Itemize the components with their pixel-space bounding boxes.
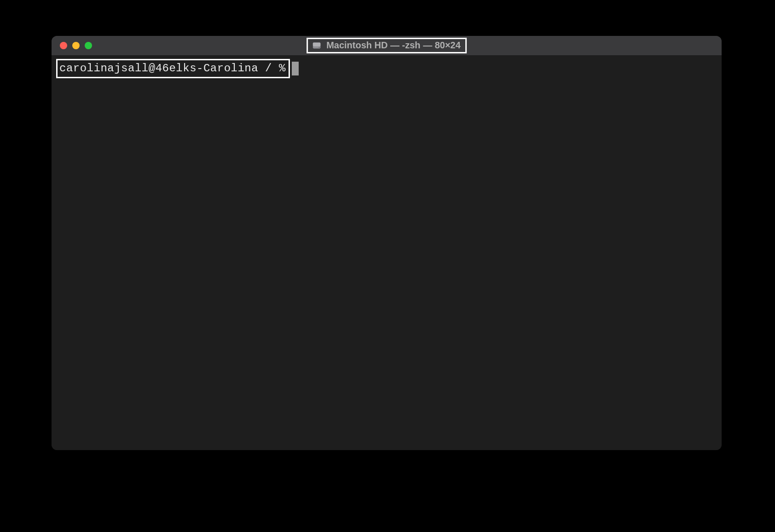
disk-icon <box>312 40 322 51</box>
window-title-text: Macintosh HD — -zsh — 80×24 <box>326 40 461 51</box>
prompt-line: carolinajsall@46elks-Carolina / % <box>56 59 299 78</box>
close-button[interactable] <box>60 42 67 49</box>
shell-prompt: carolinajsall@46elks-Carolina / % <box>56 59 290 78</box>
minimize-button[interactable] <box>72 42 80 49</box>
window-titlebar[interactable]: Macintosh HD — -zsh — 80×24 <box>52 36 722 55</box>
window-title: Macintosh HD — -zsh — 80×24 <box>307 38 467 53</box>
traffic-lights <box>52 42 92 49</box>
terminal-window: Macintosh HD — -zsh — 80×24 carolinajsal… <box>52 36 722 450</box>
zoom-button[interactable] <box>85 42 92 49</box>
svg-point-2 <box>319 47 320 48</box>
text-cursor <box>292 62 299 75</box>
terminal-body[interactable]: carolinajsall@46elks-Carolina / % <box>52 55 722 450</box>
svg-rect-1 <box>313 42 321 46</box>
